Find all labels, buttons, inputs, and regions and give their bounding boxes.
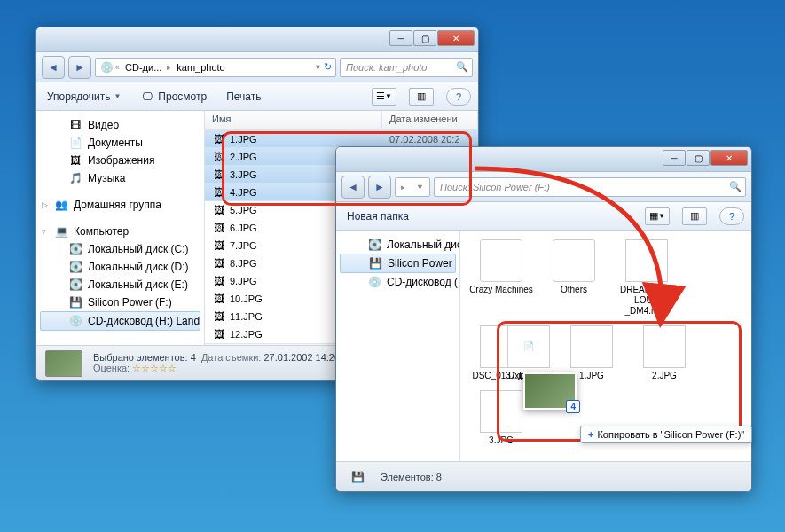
- col-date[interactable]: Дата изменени: [382, 111, 478, 129]
- preview-icon: 🖵: [140, 90, 154, 104]
- drive-icon: 💽: [68, 242, 82, 256]
- preview-button[interactable]: 🖵Просмотр: [137, 88, 210, 106]
- library-icon: 📄: [68, 136, 82, 150]
- homegroup-icon: 👥: [54, 198, 68, 212]
- drag-count-badge: 4: [566, 400, 580, 413]
- minimize-button[interactable]: ─: [389, 30, 412, 46]
- sidebar-item[interactable]: 🖼Изображения: [36, 152, 204, 169]
- image-file-icon: 🖼: [212, 168, 226, 182]
- img-icon: [480, 390, 522, 433]
- close-button[interactable]: ✕: [437, 30, 475, 46]
- computer-icon: 💻: [54, 224, 68, 239]
- help-button[interactable]: ?: [719, 207, 744, 225]
- toolbar: Новая папка ▦ ▼ ▥ ?: [336, 202, 751, 231]
- image-file-icon: 🖼: [212, 292, 226, 306]
- print-button[interactable]: Печать: [223, 89, 264, 105]
- rating-stars[interactable]: ☆☆☆☆☆: [132, 363, 177, 373]
- image-file-icon: 🖼: [212, 203, 226, 217]
- drive-icon: 💽: [68, 260, 82, 274]
- disc-icon: 💿: [99, 60, 114, 74]
- breadcrumb-seg[interactable]: kam_photo: [173, 62, 228, 73]
- address-bar[interactable]: 💿 « CD-ди... ▸ kam_photo ▼ ↻: [95, 58, 336, 77]
- image-file-icon: 🖼: [212, 309, 226, 324]
- new-folder-button[interactable]: Новая папка: [343, 208, 412, 224]
- refresh-icon[interactable]: ↻: [324, 61, 332, 73]
- sidebar-item-drive[interactable]: 💽Локальный диск (E:): [336, 236, 459, 254]
- file-icon-item[interactable]: MP3DREAM OUT LOUD _DM4.mp3: [615, 239, 679, 317]
- image-file-icon: 🖼: [212, 132, 226, 146]
- sidebar-item-drive[interactable]: 💽Локальный диск (C:): [36, 240, 204, 258]
- titlebar[interactable]: ─ ▢ ✕: [36, 27, 478, 52]
- library-icon: 🎞: [68, 118, 82, 132]
- file-icon-item[interactable]: Crazy Machines: [469, 239, 533, 317]
- column-headers[interactable]: Имя Дата изменени: [205, 111, 478, 130]
- img-icon: [643, 325, 686, 368]
- nav-forward-button[interactable]: ►: [68, 56, 91, 79]
- sidebar-item[interactable]: 📄Документы: [36, 134, 204, 152]
- organize-button[interactable]: Упорядочить▼: [43, 89, 124, 105]
- drive-icon: 💾: [369, 256, 382, 270]
- navbar: ◄ ► 💿 « CD-ди... ▸ kam_photo ▼ ↻ Поиск: …: [36, 52, 478, 82]
- drag-preview: 4: [523, 372, 577, 410]
- sidebar-item[interactable]: 🎵Музыка: [36, 169, 204, 187]
- file-icon-item[interactable]: 2.JPG: [632, 325, 696, 381]
- txt-icon: 📄: [507, 325, 550, 368]
- sidebar-item-drive[interactable]: 💽Локальный диск (D:): [36, 258, 204, 276]
- search-icon: 🔍: [729, 181, 742, 192]
- drive-icon: 💽: [68, 278, 82, 292]
- sidebar[interactable]: 💽Локальный диск (E:)💾Silicon Power (F:)💿…: [336, 231, 460, 461]
- library-icon: 🖼: [68, 153, 82, 168]
- sidebar-item[interactable]: 🎞Видео: [36, 116, 204, 134]
- maximize-button[interactable]: ▢: [687, 150, 710, 166]
- plus-icon: +: [588, 429, 593, 440]
- col-name[interactable]: Имя: [205, 111, 382, 129]
- preview-pane-button[interactable]: ▥: [409, 88, 434, 106]
- selection-count: Выбрано элементов: 4: [93, 352, 196, 363]
- breadcrumb-seg[interactable]: CD-ди...: [122, 62, 165, 73]
- image-file-icon: 🖼: [212, 150, 226, 164]
- sidebar-item-drive[interactable]: 💿CD-дисковод (H:) Land: [336, 273, 459, 291]
- image-file-icon: 🖼: [212, 256, 226, 270]
- sidebar-item-drive[interactable]: 💽Локальный диск (E:): [36, 276, 204, 293]
- drive-icon: 💽: [368, 238, 381, 252]
- drive-icon: 💾: [345, 466, 370, 488]
- sidebar-item-computer[interactable]: ▿💻Компьютер: [36, 223, 204, 240]
- search-input[interactable]: Поиск: kam_photo 🔍: [340, 58, 473, 77]
- folder-icon: [480, 239, 522, 282]
- help-button[interactable]: ?: [446, 88, 471, 106]
- sidebar-item-homegroup[interactable]: ▷👥Домашняя группа: [36, 196, 204, 214]
- file-icon-item[interactable]: Others: [542, 239, 606, 317]
- image-file-icon: 🖼: [212, 274, 226, 288]
- status-bar: 💾 Элементов: 8: [336, 461, 751, 491]
- sidebar-item-drive[interactable]: 💿CD-дисковод (H:) Land: [40, 311, 200, 331]
- image-file-icon: 🖼: [212, 327, 226, 341]
- file-row[interactable]: 🖼1.JPG07.02.2008 20:2: [205, 130, 478, 148]
- view-mode-button[interactable]: ▦ ▼: [645, 207, 670, 225]
- maximize-button[interactable]: ▢: [413, 30, 436, 46]
- nav-back-button[interactable]: ◄: [42, 56, 65, 79]
- nav-forward-button[interactable]: ►: [368, 176, 391, 199]
- image-file-icon: 🖼: [212, 185, 226, 200]
- drive-icon: 💿: [368, 275, 381, 289]
- sidebar-item-drive[interactable]: 💾Silicon Power (F:): [36, 293, 204, 311]
- img-icon: [570, 325, 613, 368]
- view-mode-button[interactable]: ☰ ▼: [372, 88, 396, 106]
- titlebar[interactable]: ─ ▢ ✕: [336, 147, 751, 172]
- preview-thumbnail: [45, 350, 82, 377]
- preview-pane-button[interactable]: ▥: [682, 207, 707, 225]
- copy-tooltip: + Копировать в "Silicon Power (F:)": [580, 426, 752, 443]
- image-file-icon: 🖼: [212, 239, 226, 253]
- address-bar[interactable]: ▸▼: [395, 177, 430, 197]
- sidebar-item-drive[interactable]: 💾Silicon Power (F:): [340, 254, 456, 273]
- close-button[interactable]: ✕: [710, 150, 748, 166]
- search-input[interactable]: Поиск: Silicon Power (F:) 🔍: [434, 177, 746, 197]
- chevron-down-icon[interactable]: ▼: [312, 63, 324, 72]
- sidebar[interactable]: 🎞Видео📄Документы🖼Изображения🎵Музыка▷👥Дом…: [36, 111, 205, 345]
- image-file-icon: 🖼: [212, 221, 226, 235]
- drive-icon: 💿: [69, 314, 82, 328]
- toolbar: Упорядочить▼ 🖵Просмотр Печать ☰ ▼ ▥ ?: [36, 82, 478, 111]
- search-icon: 🔍: [456, 61, 468, 73]
- minimize-button[interactable]: ─: [663, 150, 686, 166]
- nav-back-button[interactable]: ◄: [341, 176, 365, 199]
- item-count: Элементов: 8: [381, 472, 442, 482]
